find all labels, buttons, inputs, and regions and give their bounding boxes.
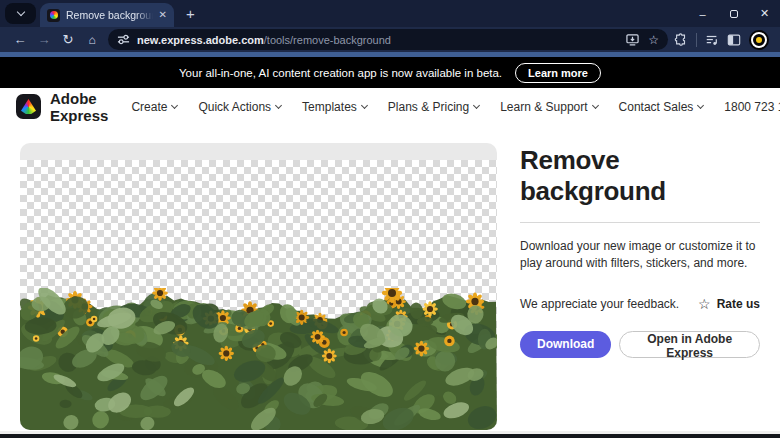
browser-toolbar: ← → ↻ ⌂ new.express.adobe.com/tools/remo… <box>0 27 780 52</box>
reload-button[interactable]: ↻ <box>56 32 80 47</box>
sunflower-field-image <box>20 288 497 430</box>
chevron-down-icon <box>171 101 178 108</box>
address-bar[interactable]: new.express.adobe.com/tools/remove-backg… <box>108 29 668 50</box>
chevron-down-icon <box>361 101 368 108</box>
nav-item-plans-pricing[interactable]: Plans & Pricing <box>388 100 479 114</box>
browser-window: Remove background project - Adobe Expres… <box>0 0 780 438</box>
restore-button[interactable] <box>718 0 749 27</box>
feedback-row: We appreciate your feedback. ☆ Rate us <box>520 296 760 312</box>
site-settings-icon[interactable] <box>117 33 130 46</box>
page-title: Remove background <box>520 145 760 207</box>
url-text: new.express.adobe.com/tools/remove-backg… <box>137 34 391 46</box>
panel-divider <box>520 222 760 223</box>
close-button[interactable]: ✕ <box>749 0 780 27</box>
brand-name[interactable]: Adobe Express <box>50 90 108 124</box>
nav-item-templates[interactable]: Templates <box>302 100 367 114</box>
url-path: /tools/remove-background <box>264 34 391 46</box>
minimize-button[interactable]: – <box>687 0 718 27</box>
image-canvas[interactable] <box>20 143 497 430</box>
nav-item-learn-support[interactable]: Learn & Support <box>500 100 597 114</box>
profile-avatar[interactable] <box>749 30 769 50</box>
chevron-down-icon <box>473 101 480 108</box>
learn-more-button[interactable]: Learn more <box>515 63 601 83</box>
side-panel-icon[interactable] <box>727 33 741 47</box>
tab-title: Remove background project - Adobe Expres… <box>66 9 153 21</box>
url-host: new.express.adobe.com <box>137 34 264 46</box>
promo-banner-text: Your all-in-one, AI content creation app… <box>179 67 502 79</box>
install-app-icon[interactable] <box>626 33 639 46</box>
adobe-express-logo-icon[interactable] <box>16 94 41 119</box>
open-in-adobe-express-button[interactable]: Open in Adobe Express <box>619 331 760 358</box>
toolbar-separator <box>696 33 697 47</box>
adobe-express-favicon-icon <box>47 9 60 22</box>
contact-phone: 1800 723 1389 <box>724 100 780 114</box>
nav-item-quick-actions[interactable]: Quick Actions <box>198 100 281 114</box>
window-controls: – ✕ <box>687 0 780 27</box>
nav-item-contact-sales[interactable]: Contact Sales <box>619 100 704 114</box>
star-icon: ☆ <box>698 296 711 312</box>
browser-titlebar: Remove background project - Adobe Expres… <box>0 0 780 27</box>
rate-us-button[interactable]: ☆ Rate us <box>698 296 760 312</box>
pinned-extension-icon[interactable] <box>705 33 719 47</box>
promo-banner: Your all-in-one, AI content creation app… <box>0 57 780 88</box>
action-buttons: Download Open in Adobe Express <box>520 331 760 358</box>
tab-search-button[interactable] <box>5 3 36 24</box>
site-navbar: Adobe Express Create Quick Actions Templ… <box>0 88 780 125</box>
download-button[interactable]: Download <box>520 331 611 358</box>
browser-tab[interactable]: Remove background project - Adobe Expres… <box>40 3 174 27</box>
footer-peek <box>0 434 780 438</box>
extensions-icon[interactable] <box>674 33 688 47</box>
chevron-down-icon <box>697 101 704 108</box>
bookmark-star-icon[interactable]: ☆ <box>648 33 659 47</box>
feedback-text: We appreciate your feedback. <box>520 297 679 311</box>
nav-item-create[interactable]: Create <box>131 100 177 114</box>
page-content: Remove background Download your new imag… <box>0 125 780 438</box>
panel-description: Download your new image or customize it … <box>520 238 760 273</box>
chevron-down-icon <box>16 8 24 16</box>
back-button[interactable]: ← <box>8 32 32 47</box>
home-button[interactable]: ⌂ <box>80 33 104 47</box>
tab-close-icon[interactable]: ✕ <box>159 10 167 20</box>
chevron-down-icon <box>592 101 599 108</box>
tool-panel: Remove background Download your new imag… <box>520 145 760 358</box>
chevron-down-icon <box>275 101 282 108</box>
new-tab-button[interactable]: + <box>186 5 195 22</box>
forward-button[interactable]: → <box>32 32 56 47</box>
restore-icon <box>730 10 738 18</box>
nav-menu: Create Quick Actions Templates Plans & P… <box>131 100 703 114</box>
